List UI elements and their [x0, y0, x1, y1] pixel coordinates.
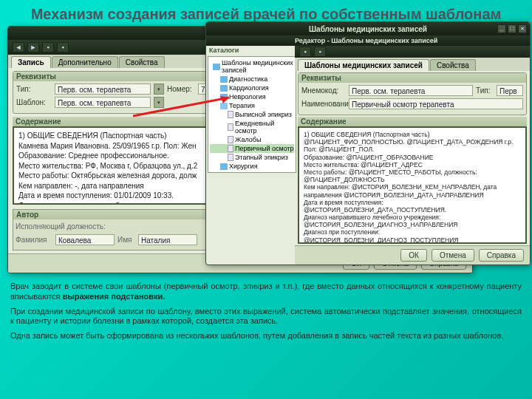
stage: Редактор - Записи _ □ × ◄ ► ▪ ▪ Запись Д… [7, 26, 525, 277]
content-title-right: Содержание [298, 117, 527, 126]
cancel-button[interactable]: Отмена [432, 249, 474, 262]
tree-label: Ежедневный осмотр [235, 120, 294, 134]
tab-props-right[interactable]: Свойства [430, 59, 476, 71]
folder-icon [220, 163, 228, 170]
tree[interactable]: Шаблоны медицинских записейДиагностикаКа… [208, 56, 296, 173]
tree-label: Первичный осмотр [235, 145, 294, 152]
tree-label: Кардиология [229, 84, 269, 92]
tab-templates[interactable]: Шаблоны медицинских записей [298, 59, 429, 71]
mnemo-field[interactable]: Перв. осм. терапевта [349, 85, 473, 96]
type-label: Тип: [16, 85, 52, 93]
folder-icon [220, 76, 228, 83]
tool-next-icon[interactable]: ► [27, 42, 39, 52]
document-icon [228, 111, 233, 118]
help-button[interactable]: Справка [479, 249, 524, 262]
tool-icon[interactable]: ▪ [314, 47, 326, 57]
body-p3: Одна запись может быть сформирована из н… [10, 331, 522, 341]
tree-node[interactable]: Неврология [210, 92, 294, 101]
maximize-icon[interactable]: □ [508, 24, 516, 33]
tree-label: Этапный эпикриз [235, 154, 288, 161]
tab-record[interactable]: Запись [11, 56, 51, 68]
template-dropdown-icon[interactable]: ▾ [154, 97, 164, 108]
body-text: Врач заводит в системе свои шаблоны (пер… [0, 277, 532, 341]
toolbar-right: ▪ ▪ [295, 46, 530, 58]
minimize-icon[interactable]: _ [497, 24, 506, 33]
type-label-right: Тип: [476, 86, 494, 95]
titlebar-right: Шаблоны медицинских записей _ □ × [206, 22, 530, 35]
tree-node[interactable]: Шаблоны медицинских записей [210, 58, 294, 75]
tool-icon[interactable]: ▪ [299, 47, 311, 57]
tool-prev-icon[interactable]: ◄ [13, 42, 24, 52]
tabs-right: Шаблоны медицинских записей Свойства [295, 58, 530, 71]
tool-save-icon[interactable]: ▪ [42, 42, 54, 52]
button-row-right: ОК Отмена Справка [295, 245, 530, 265]
tree-node[interactable]: Жалобы [210, 135, 294, 144]
tree-node[interactable]: Первичный осмотр [210, 144, 294, 153]
template-label: Шаблон: [16, 98, 52, 106]
catalogs-label: Каталоги [206, 46, 295, 55]
position-label: Исполняющий должность: [16, 222, 106, 231]
tool-print-icon[interactable]: ▪ [57, 42, 69, 52]
requisites-title-right: Реквизиты [299, 73, 526, 83]
tree-label: Жалобы [235, 136, 261, 143]
folder-icon [220, 103, 228, 109]
tree-node[interactable]: Хирургия [210, 162, 294, 171]
tree-node[interactable]: Ежедневный осмотр [210, 119, 294, 135]
template-field[interactable]: Перв. осм. терапевта [55, 97, 151, 108]
titlebar-text-right: Шаблоны медицинских записей [309, 25, 427, 33]
tree-node[interactable]: Этапный эпикриз [210, 153, 294, 162]
tree-label: Шаблоны медицинских записей [222, 59, 294, 74]
templates-window: Шаблоны медицинских записей _ □ × Редакт… [205, 21, 531, 265]
folder-icon [220, 85, 228, 92]
document-icon [228, 123, 233, 131]
surname-label: Фамилия [16, 236, 52, 244]
name-label: Имя [117, 236, 135, 244]
document-icon [228, 136, 233, 143]
document-icon [228, 154, 233, 161]
tree-label: Неврология [229, 93, 266, 100]
tree-label: Терапия [229, 102, 255, 109]
body-p2: При создании медицинской записи по шабло… [10, 307, 522, 327]
tab-extra[interactable]: Дополнительно [52, 56, 118, 68]
close-icon[interactable]: × [518, 24, 527, 33]
name-field-right[interactable]: Первичный осмотр терапевта [349, 98, 523, 109]
tree-node[interactable]: Выписной эпикриз [210, 110, 294, 119]
type-field-right[interactable]: Перв [497, 85, 523, 96]
tree-node[interactable]: Терапия [210, 101, 294, 110]
tree-label: Хирургия [229, 163, 258, 170]
content-right[interactable]: 1) ОБЩИЕ СВЕДЕНИЯ (Паспортная часть) @ПА… [298, 126, 527, 244]
document-icon [228, 145, 233, 152]
tree-label: Диагностика [229, 75, 267, 83]
tab-props[interactable]: Свойства [119, 56, 165, 68]
name-label-right: Наименование: [301, 100, 346, 108]
name-field[interactable]: Наталия [138, 234, 197, 245]
folder-icon [213, 64, 220, 70]
ok-button[interactable]: ОК [400, 249, 427, 262]
surname-field[interactable]: Ковалева [55, 234, 115, 245]
folder-icon [220, 94, 228, 100]
tree-node[interactable]: Диагностика [210, 75, 294, 83]
body-p1b: выражения подстановки. [63, 292, 166, 301]
tree-label: Выписной эпикриз [235, 111, 292, 118]
tree-node[interactable]: Кардиология [210, 83, 294, 92]
requisites-right: Реквизиты Мнемокод: Перв. осм. терапевта… [298, 72, 527, 115]
type-dropdown-icon[interactable]: ▾ [154, 83, 164, 95]
type-field[interactable]: Перв. осм. терапевта [55, 83, 151, 95]
subtitle-right: Редактор - Шаблоны медицинских записей [206, 35, 530, 46]
number-label: Номер: [167, 85, 195, 93]
mnemo-label: Мнемокод: [301, 86, 346, 95]
